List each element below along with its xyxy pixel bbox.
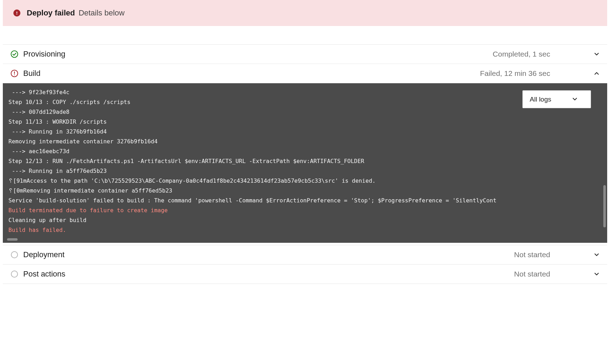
not-started-circle-icon	[11, 270, 18, 278]
log-line: Cleaning up after build	[8, 215, 602, 225]
log-filter-selected: All logs	[530, 93, 551, 105]
log-line: Build terminated due to failure to creat…	[8, 206, 602, 215]
log-line: Step 10/13 : COPY ./scripts /scripts	[8, 97, 602, 107]
not-started-circle-icon	[11, 251, 18, 259]
log-line: ---> 007dd129ade8	[8, 107, 602, 117]
log-line: Step 11/13 : WORKDIR /scripts	[8, 117, 602, 127]
deploy-failed-banner: Deploy failed Details below	[3, 0, 607, 26]
alert-title: Deploy failed	[27, 8, 75, 17]
svg-point-2	[11, 51, 18, 58]
chevron-up-icon	[594, 71, 599, 76]
log-line: Build has failed.	[8, 225, 602, 235]
vertical-scrollbar[interactable]	[603, 185, 606, 227]
stage-deployment[interactable]: Deployment Not started	[3, 245, 607, 265]
log-line: ---> aec16eebc73d	[8, 147, 602, 156]
log-line: ␦[0mRemoving intermediate container a5ff…	[8, 186, 602, 196]
log-filter-dropdown[interactable]: All logs	[522, 90, 591, 108]
log-line: Service 'build-solution' failed to build…	[8, 196, 602, 206]
chevron-down-icon	[594, 252, 599, 258]
chevron-down-icon	[594, 51, 599, 57]
stage-status: Completed, 1 sec	[493, 50, 550, 58]
log-line: ---> Running in a5ff76ed5b23	[8, 166, 602, 176]
chevron-down-icon	[572, 93, 577, 105]
alert-text: Deploy failed Details below	[27, 8, 125, 18]
log-line: ---> Running in 3276b9fb16d4	[8, 127, 602, 137]
stage-provisioning[interactable]: Provisioning Completed, 1 sec	[3, 44, 607, 64]
svg-rect-1	[17, 14, 17, 15]
log-line: Removing intermediate container 3276b9fb…	[8, 137, 602, 147]
stage-name: Build	[23, 69, 475, 78]
build-log-panel[interactable]: All logs ---> 9f23ef93fe4cStep 10/13 : C…	[3, 83, 607, 243]
stage-post-actions[interactable]: Post actions Not started	[3, 265, 607, 284]
success-check-icon	[11, 50, 18, 58]
log-line: Step 12/13 : RUN ./FetchArtifacts.ps1 -A…	[8, 156, 602, 166]
stage-build[interactable]: Build Failed, 12 min 36 sec	[3, 64, 607, 83]
log-lines: ---> 9f23ef93fe4cStep 10/13 : COPY ./scr…	[8, 87, 602, 235]
svg-rect-0	[17, 12, 17, 13]
chevron-down-icon	[594, 271, 599, 277]
error-icon	[13, 9, 20, 17]
stage-status: Not started	[514, 270, 550, 278]
svg-rect-4	[14, 72, 15, 74]
error-circle-icon	[11, 70, 18, 77]
horizontal-scrollbar[interactable]	[7, 238, 18, 241]
alert-subtitle: Details below	[78, 8, 125, 17]
stage-status: Failed, 12 min 36 sec	[480, 69, 550, 78]
log-line: ␦[91mAccess to the path 'C:\b\725529523\…	[8, 176, 602, 186]
log-line: ---> 9f23ef93fe4c	[8, 87, 602, 97]
stage-name: Post actions	[23, 269, 509, 279]
stage-status: Not started	[514, 251, 550, 259]
stage-name: Deployment	[23, 250, 509, 259]
svg-rect-5	[14, 74, 15, 75]
stage-name: Provisioning	[23, 50, 488, 59]
